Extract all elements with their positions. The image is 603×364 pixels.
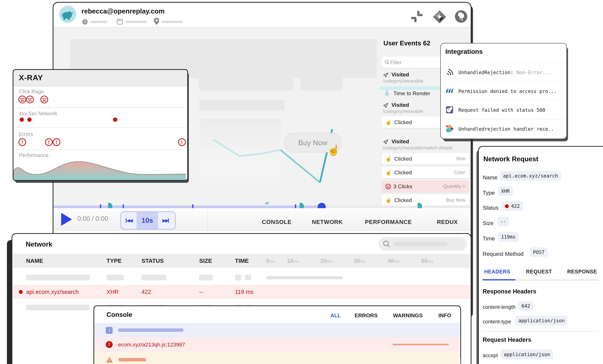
timeline-event-marker[interactable] xyxy=(108,203,112,209)
field-time-value: 119ms xyxy=(498,232,519,242)
time-to-render-dot xyxy=(385,92,389,96)
tab-underline-track xyxy=(515,280,599,280)
info-message-skeleton xyxy=(118,329,184,332)
event-path-2: /category/wearable xyxy=(383,109,423,114)
ms-label-50: 50ms xyxy=(421,257,433,264)
network-row-error[interactable]: api.ecom.xyz/search XHR 422 -- 119 ms xyxy=(12,285,471,299)
warning-message-skeleton xyxy=(118,358,146,361)
buy-now-label: Buy Now xyxy=(298,138,327,147)
event-visited-3[interactable]: Visited xyxy=(392,138,409,144)
col-type: TYPE xyxy=(106,257,122,264)
divider xyxy=(13,128,187,128)
play-button[interactable] xyxy=(61,213,72,226)
console-error-source: ecom.xyz/a213qh.js:123987 xyxy=(118,341,185,347)
request-headers-heading: Request Headers xyxy=(483,336,531,343)
integration-row-datadog[interactable]: Request failed with status 500 xyxy=(441,100,567,119)
skip-interval[interactable]: 10s xyxy=(137,212,158,229)
integration-message: Request failed with status 500 xyxy=(458,107,545,113)
search-icon xyxy=(383,241,390,247)
xray-title: X-RAY xyxy=(19,73,43,82)
quotes-icon xyxy=(445,87,454,95)
event-card-clicked-color[interactable]: ☝ Clicked Color xyxy=(382,167,469,178)
slack-icon[interactable] xyxy=(410,10,424,23)
screenshot-stage: rebecca@openreplay.com xyxy=(0,0,603,364)
controls-divider xyxy=(207,210,208,231)
event-card-detail: Quantity + xyxy=(443,184,465,189)
content-length-value: 642 xyxy=(518,301,533,311)
field-method-label: Request Method xyxy=(483,251,523,257)
event-card-label: Clicked xyxy=(394,119,412,125)
request-tab-response[interactable]: RESPONSE xyxy=(567,269,597,275)
request-tab-request[interactable]: REQUEST xyxy=(526,269,552,275)
event-card-label: Clicked xyxy=(394,155,412,162)
event-visited-2[interactable]: Visited xyxy=(392,102,409,108)
active-tab-underline xyxy=(483,279,515,280)
error-icon: ! xyxy=(53,138,60,146)
xray-header: X-RAY xyxy=(13,70,187,86)
performance-sparkline xyxy=(13,159,186,180)
skip-back-button[interactable]: ◀◀ xyxy=(121,212,137,229)
console-tab-all[interactable]: ALL xyxy=(330,312,341,318)
event-card-clicked-buynow[interactable]: ☝ Clicked Buy Now xyxy=(382,194,469,206)
location-pin-icon xyxy=(154,18,159,25)
xray-errors-label: Errors xyxy=(19,131,33,137)
status-error-dot xyxy=(19,290,23,294)
github-icon[interactable] xyxy=(453,9,469,24)
jira-icon[interactable] xyxy=(432,10,447,24)
console-tab-info[interactable]: INFO xyxy=(438,312,451,318)
xray-panel: X-RAY Click Rage 4xx-5xx Network Errors … xyxy=(13,69,188,181)
tab-console[interactable]: CONSOLE xyxy=(262,219,291,225)
session-topbar: rebecca@openreplay.com xyxy=(53,3,471,27)
network-table-header: NAME TYPE STATUS SIZE TIME 0ms 10ms 20ms… xyxy=(12,254,471,268)
timeline-event-marker[interactable] xyxy=(300,203,304,209)
event-card-detail: Color xyxy=(454,170,465,175)
console-row-warning[interactable] xyxy=(94,352,460,364)
field-name-label: Name xyxy=(483,174,498,180)
integration-row-elastic[interactable]: Unhandledrejection handler rece.. xyxy=(441,119,567,138)
accept-label: accept xyxy=(483,353,498,358)
rage-face-icon xyxy=(40,95,48,104)
timeline-remaining[interactable] xyxy=(323,205,471,208)
sentry-icon xyxy=(445,68,454,77)
tab-redux[interactable]: REDUX xyxy=(437,219,458,225)
console-row-error[interactable]: ! ecom.xyz/a213qh.js:123987 xyxy=(94,337,460,352)
integration-row-quotes[interactable]: Permission denied to access pro... xyxy=(441,81,567,100)
hand-click-icon: ☝ xyxy=(385,170,392,175)
event-card-clicked-size[interactable]: ☝ Clicked Size xyxy=(382,153,469,165)
cell-status: 422 xyxy=(142,288,151,295)
console-row-info[interactable]: i xyxy=(94,323,460,337)
user-events-count: 62 xyxy=(423,40,430,47)
console-tab-warnings[interactable]: WARNINGS xyxy=(393,312,423,318)
field-size-label: Size xyxy=(483,220,493,226)
network-search[interactable] xyxy=(378,237,467,251)
session-browser-skeleton xyxy=(125,21,147,23)
cell-name: api.ecom.xyz/search xyxy=(26,288,79,295)
divider xyxy=(13,149,187,150)
hand-click-icon: ☝ xyxy=(385,197,392,203)
tab-performance[interactable]: PERFORMANCE xyxy=(365,219,412,225)
error-icon: ! xyxy=(45,138,53,146)
tab-network[interactable]: NETWORK xyxy=(312,219,343,225)
pointer-cursor-icon: ☝ xyxy=(327,143,341,157)
content-type-value: application/json xyxy=(515,316,568,325)
console-tab-errors[interactable]: ERRORS xyxy=(355,312,378,318)
network-search-skeleton xyxy=(394,242,448,246)
rhino-icon xyxy=(59,6,76,23)
avatar xyxy=(59,6,76,23)
skip-forward-button[interactable]: ▶▶ xyxy=(158,212,174,229)
datadog-icon xyxy=(445,106,454,114)
browser-icon xyxy=(116,18,123,25)
network-error-dot xyxy=(113,118,117,122)
integration-row-sentry[interactable]: UnhandledRejection:Non-Error... xyxy=(441,63,567,81)
event-card-label: Clicked xyxy=(394,169,412,176)
event-card-rage-clicks[interactable]: 3 Clicks Quantity + xyxy=(382,180,469,192)
request-tab-headers[interactable]: HEADERS xyxy=(484,269,510,275)
time-to-render-label[interactable]: Time to Render xyxy=(393,90,430,97)
timeline-played[interactable] xyxy=(53,205,323,208)
integration-message: Permission denied to access pro... xyxy=(458,88,557,94)
timeline-event-marker[interactable] xyxy=(418,203,422,209)
rage-face-icon xyxy=(18,95,27,104)
event-visited-1[interactable]: Visited xyxy=(392,71,409,77)
skip-controls: ◀◀ 10s ▶▶ xyxy=(120,211,176,230)
error-detail-skeleton xyxy=(393,343,449,345)
